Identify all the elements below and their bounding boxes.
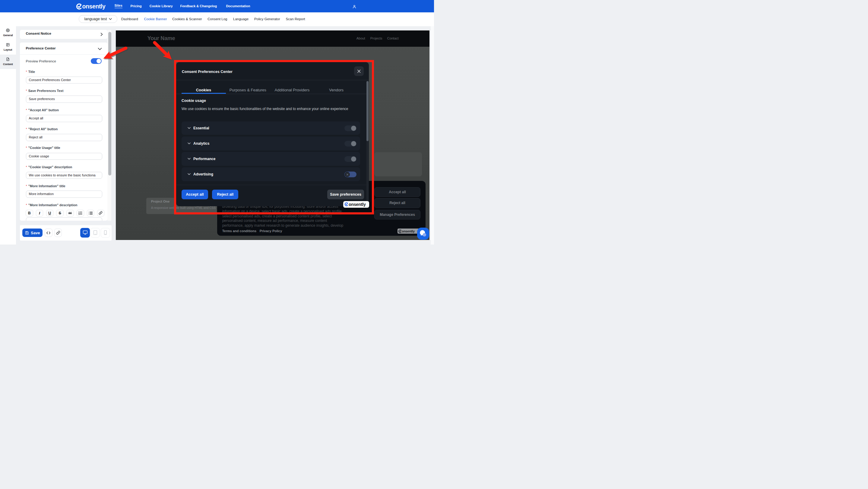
svg-text:onsently: onsently — [349, 202, 366, 207]
svg-text:onsently: onsently — [82, 3, 106, 10]
svg-text:onsently: onsently — [402, 229, 415, 233]
